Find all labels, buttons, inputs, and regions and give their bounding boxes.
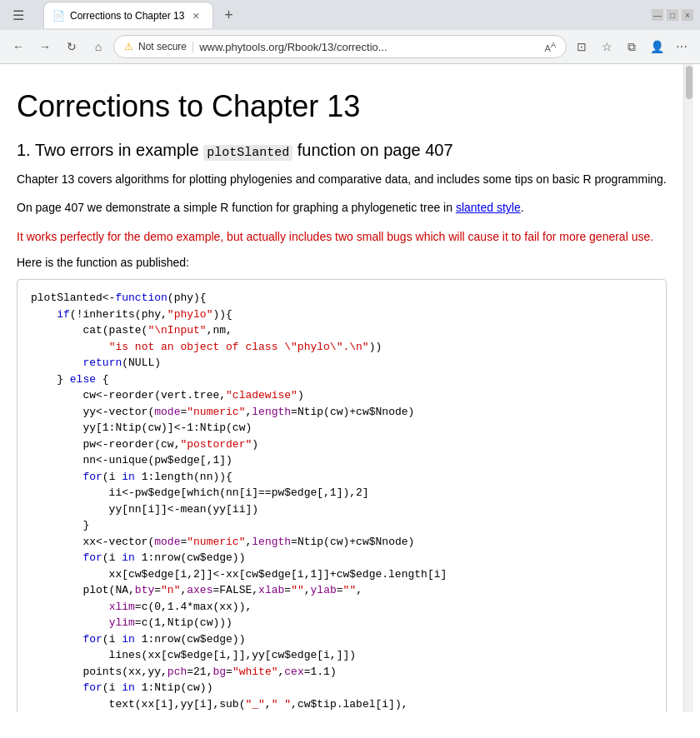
title-bar: ☰ 📄 Corrections to Chapter 13 × + — □ × — [0, 0, 700, 30]
code-line-11: nn<-unique(pw$edge[,1]) — [31, 452, 652, 469]
font-size-icon: AA — [545, 41, 556, 53]
toolbar: ← → ↻ ⌂ ⚠ Not secure | www.phytools.org/… — [0, 30, 700, 63]
code-line-17: for(i in 1:nrow(cw$edge)) — [31, 550, 652, 566]
address-bar[interactable]: ⚠ Not secure | www.phytools.org/Rbook/13… — [113, 35, 567, 58]
code-line-22: for(i in 1:nrow(cw$edge)) — [31, 631, 652, 648]
code-line-18: xx[cw$edge[i,2]]<-xx[cw$edge[i,1]]+cw$ed… — [31, 566, 652, 583]
section1-title-suffix: function on page 407 — [292, 141, 452, 159]
code-line-23: lines(xx[cw$edge[i,]],yy[cw$edge[i,]]) — [31, 647, 652, 664]
code-line-9: yy[1:Ntip(cw)]<-1:Ntip(cw) — [31, 420, 652, 436]
code-line-14: yy[nn[i]]<-mean(yy[ii]) — [31, 501, 652, 518]
toolbar-actions: ⊡ ☆ ⧉ 👤 ⋯ — [570, 35, 693, 58]
section1-code: plotSlanted — [203, 145, 292, 161]
page-title: Corrections to Chapter 13 — [17, 89, 667, 124]
code-line-2: if(!inherits(phy,"phylo")){ — [31, 307, 652, 323]
paragraph-4: Here is the function as published: — [17, 256, 667, 269]
active-tab[interactable]: 📄 Corrections to Chapter 13 × — [43, 2, 213, 28]
tab-title: Corrections to Chapter 13 — [70, 10, 184, 22]
tab-close-button[interactable]: × — [189, 9, 202, 22]
code-line-6: } else { — [31, 371, 652, 388]
favorites-button[interactable]: ☆ — [595, 35, 618, 58]
address-separator: | — [192, 41, 194, 52]
code-line-21: ylim=c(1,Ntip(cw))) — [31, 615, 652, 631]
more-button[interactable]: ⋯ — [670, 35, 693, 58]
code-line-16: xx<-vector(mode="numeric",length=Ntip(cw… — [31, 534, 652, 551]
back-button[interactable]: ← — [7, 35, 30, 58]
code-line-25: for(i in 1:Ntip(cw)) — [31, 680, 652, 696]
security-text: Not secure — [138, 41, 187, 52]
window-buttons: — □ × — [652, 9, 693, 21]
reader-button[interactable]: ⊡ — [570, 35, 593, 58]
address-url: www.phytools.org/Rbook/13/correctio... — [199, 41, 539, 53]
code-line-13: ii<-pw$edge[which(nn[i]==pw$edge[,1]),2] — [31, 485, 652, 501]
sidebar-toggle-button[interactable]: ☰ — [7, 3, 30, 27]
home-button[interactable]: ⌂ — [87, 35, 110, 58]
new-tab-button[interactable]: + — [217, 3, 240, 27]
code-line-3: cat(paste("\nInput",nm, — [31, 322, 652, 339]
paragraph-1: Chapter 13 covers algorithms for plottin… — [17, 170, 667, 188]
forward-button[interactable]: → — [33, 35, 57, 58]
code-block: plotSlanted<-function(phy){ if(!inherits… — [17, 279, 667, 712]
tab-favicon: 📄 — [52, 10, 65, 22]
profile-button[interactable]: 👤 — [645, 35, 668, 58]
code-line-5: return(NULL) — [31, 355, 652, 371]
code-line-12: for(i in 1:length(nn)){ — [31, 469, 652, 486]
code-line-7: cw<-reorder(vert.tree,"cladewise") — [31, 387, 652, 404]
section1-title: 1. Two errors in example plotSlanted fun… — [17, 141, 667, 160]
refresh-button[interactable]: ↻ — [60, 35, 83, 58]
minimize-button[interactable]: — — [652, 9, 663, 21]
section1-title-prefix: 1. Two errors in example — [17, 141, 203, 159]
browser-chrome: ☰ 📄 Corrections to Chapter 13 × + — □ × … — [0, 0, 700, 64]
security-icon: ⚠ — [124, 41, 133, 52]
code-line-10: pw<-reorder(cw,"postorder") — [31, 436, 652, 453]
paragraph-2: On page 407 we demonstrate a simple R fu… — [17, 198, 667, 217]
code-line-20: xlim=c(0,1.4*max(xx)), — [31, 599, 652, 616]
code-line-8: yy<-vector(mode="numeric",length=Ntip(cw… — [31, 404, 652, 421]
tab-bar: 📄 Corrections to Chapter 13 × + — [37, 2, 645, 28]
page-wrapper: Corrections to Chapter 13 1. Two errors … — [0, 64, 700, 712]
code-line-4: "is not an object of class \"phylo\".\n"… — [31, 339, 652, 356]
code-line-19: plot(NA,bty="n",axes=FALSE,xlab="",ylab=… — [31, 582, 652, 599]
scrollbar-thumb[interactable] — [686, 66, 692, 99]
slanted-link[interactable]: slanted style — [456, 201, 521, 214]
collections-button[interactable]: ⧉ — [620, 35, 643, 58]
paragraph-3: It works perfectly for the demo example,… — [17, 227, 667, 246]
code-line-24: points(xx,yy,pch=21,bg="white",cex=1.1) — [31, 664, 652, 681]
code-line-1: plotSlanted<-function(phy){ — [31, 290, 652, 307]
code-line-26: text(xx[i],yy[i],sub("_"," ",cw$tip.labe… — [31, 696, 652, 712]
code-line-15: } — [31, 517, 652, 534]
maximize-button[interactable]: □ — [667, 9, 678, 21]
window-controls: ☰ — [7, 3, 30, 27]
scrollbar[interactable] — [683, 64, 693, 712]
close-window-button[interactable]: × — [682, 9, 693, 21]
page-content: Corrections to Chapter 13 1. Two errors … — [0, 64, 683, 712]
